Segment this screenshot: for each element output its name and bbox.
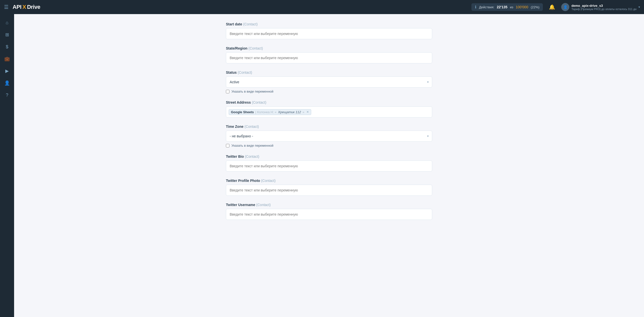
status-variable-checkbox[interactable] [226,90,229,93]
avatar: 👤 [561,3,569,11]
notification-bell-button[interactable]: 🔔 [547,3,557,11]
username-label: demo_apix-drive_s3 [571,4,636,8]
sidebar-item-youtube[interactable]: ▶ [2,65,13,76]
user-menu-chevron-icon: ▾ [638,5,640,9]
start-date-label: Start date (Contact) [226,22,432,26]
state-region-label: State/Region (Contact) [226,46,432,50]
status-select[interactable]: Active Inactive [226,76,432,88]
state-region-context: (Contact) [248,46,263,50]
state-region-input[interactable] [226,52,432,63]
twitter-profile-photo-field: Twitter Profile Photo (Contact) [226,179,432,196]
sidebar-item-billing[interactable]: $ [2,41,13,52]
start-date-context: (Contact) [243,22,258,26]
twitter-bio-label: Twitter Bio (Contact) [226,154,432,158]
app-logo: APIXDrive [13,4,40,10]
logo-api: API [13,4,21,10]
status-variable-checkbox-label[interactable]: Указать в виде переменной [231,90,273,93]
twitter-username-input[interactable] [226,209,432,220]
status-field: Status (Contact) Active Inactive ▾ Указа… [226,70,432,93]
twitter-profile-photo-label: Twitter Profile Photo (Contact) [226,179,432,183]
time-zone-context: (Contact) [245,125,259,129]
logo-x: X [22,4,26,10]
sidebar: ⌂ ⊞ $ 💼 ▶ 👤 ? [0,14,14,317]
status-label: Status (Contact) [226,70,432,74]
actions-limit: 100'000 [516,5,528,9]
time-zone-variable-checkbox[interactable] [226,144,229,147]
actions-usage-box: ℹ Действия: 22'135 из 100'000 (22%) [471,3,543,11]
actions-count: 22'135 [497,5,507,9]
logo-drive: Drive [27,4,40,10]
status-select-wrapper: Active Inactive ▾ [226,76,432,88]
actions-percent: (22%) [531,5,540,9]
hamburger-menu-button[interactable]: ☰ [4,4,9,10]
twitter-username-label: Twitter Username (Contact) [226,203,432,207]
status-context: (Contact) [238,70,252,74]
street-address-tag-input[interactable]: Google Sheets | Колонка Н: « Хрещатик 11… [226,106,432,117]
user-menu-button[interactable]: 👤 demo_apix-drive_s3 Тариф |Премиум PRO|… [561,3,640,11]
tag-close: » [302,110,304,114]
sidebar-item-home[interactable]: ⌂ [2,17,13,28]
info-icon: ℹ [475,5,476,9]
app-header: ☰ APIXDrive ℹ Действия: 22'135 из 100'00… [0,0,644,14]
start-date-input[interactable] [226,28,432,39]
time-zone-select-wrapper: - не выбрано - ▾ [226,131,432,142]
state-region-field: State/Region (Contact) [226,46,432,63]
twitter-bio-context: (Contact) [245,154,259,158]
actions-label: Действия: [479,5,494,9]
street-address-label: Street Address (Contact) [226,100,432,104]
time-zone-variable-checkbox-row: Указать в виде переменной [226,144,432,147]
sidebar-item-briefcase[interactable]: 💼 [2,53,13,64]
plan-label: Тариф |Премиум PRO| до оплаты осталось 3… [571,8,636,11]
twitter-username-field: Twitter Username (Contact) [226,203,432,220]
status-variable-checkbox-row: Указать в виде переменной [226,90,432,93]
tag-value: Хрещатик 112 [278,110,301,114]
twitter-profile-photo-input[interactable] [226,185,432,196]
sidebar-item-help[interactable]: ? [2,90,13,101]
time-zone-field: Time Zone (Contact) - не выбрано - ▾ Ука… [226,125,432,147]
time-zone-select[interactable]: - не выбрано - [226,131,432,142]
start-date-field: Start date (Contact) [226,22,432,39]
twitter-profile-photo-context: (Contact) [261,179,276,183]
twitter-bio-input[interactable] [226,161,432,172]
tag-separator: | Колонка Н: « [255,110,276,114]
time-zone-variable-checkbox-label[interactable]: Указать в виде переменной [231,144,273,147]
twitter-bio-field: Twitter Bio (Contact) [226,154,432,172]
time-zone-label: Time Zone (Contact) [226,125,432,129]
sidebar-item-profile[interactable]: 👤 [2,77,13,89]
tag-remove-button[interactable]: ✕ [306,110,309,114]
street-address-context: (Contact) [252,100,266,104]
sidebar-item-diagram[interactable]: ⊞ [2,29,13,40]
tag-source-label: Google Sheets [231,110,254,114]
twitter-username-context: (Contact) [256,203,271,207]
street-address-tag-pill: Google Sheets | Колонка Н: « Хрещатик 11… [229,109,311,115]
main-content: Start date (Contact) State/Region (Conta… [14,14,644,317]
street-address-field: Street Address (Contact) Google Sheets |… [226,100,432,117]
actions-separator: из [510,5,513,9]
